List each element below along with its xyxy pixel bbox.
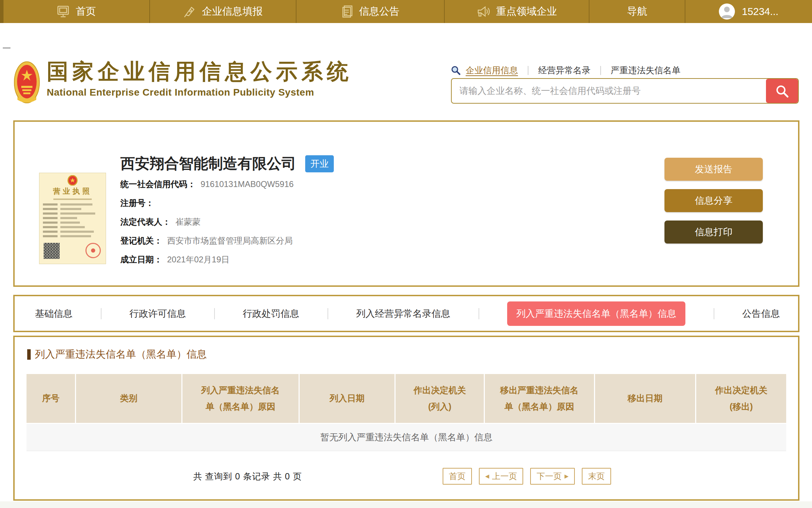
column-header-seq: 序号 <box>27 374 75 423</box>
left-arrow-icon: ◀ <box>485 473 489 479</box>
nav-item-announcements[interactable]: 信息公告 <box>296 0 445 23</box>
pager-buttons: 首页 ◀ 上一页 下一页 ▶ 末页 <box>443 468 611 485</box>
prev-page-button[interactable]: ◀ 上一页 <box>479 468 524 485</box>
field-value: 崔蒙蒙 <box>175 216 201 227</box>
document-icon <box>341 5 354 18</box>
field-label: 注册号： <box>120 197 162 209</box>
field-registration-number: 注册号： <box>120 197 294 209</box>
brand-text: 国家企业信用信息公示系统 National Enterprise Credit … <box>47 60 352 98</box>
license-subtitle-line <box>53 199 92 200</box>
prev-page-label: 上一页 <box>492 471 517 482</box>
search-tab-enterprise-credit[interactable]: 企业信用信息 <box>466 65 518 76</box>
nav-item-home[interactable]: 首页 <box>0 0 150 23</box>
column-header-removal-authority: 作出决定机关 (移出) <box>696 374 786 423</box>
field-label: 法定代表人： <box>120 216 171 227</box>
field-label: 统一社会信用代码： <box>120 179 196 190</box>
next-page-label: 下一页 <box>536 471 562 482</box>
license-title: 营业执照 <box>43 186 102 196</box>
search-category-icon <box>451 66 461 75</box>
tab-announcement-info[interactable]: 公告信息 <box>742 307 780 320</box>
field-label: 登记机关： <box>120 235 162 246</box>
search-input[interactable] <box>452 79 766 103</box>
license-text-line <box>43 212 102 215</box>
license-red-seal <box>85 243 101 258</box>
divider <box>714 308 714 319</box>
divider <box>328 308 328 319</box>
tab-administrative-license[interactable]: 行政许可信息 <box>129 307 186 320</box>
next-page-button[interactable]: 下一页 ▶ <box>530 468 575 485</box>
monitor-icon <box>57 5 70 18</box>
nav-item-enterprise-filing[interactable]: 企业信息填报 <box>150 0 296 23</box>
license-text-line <box>43 222 102 224</box>
column-header-listing-date: 列入日期 <box>300 374 395 423</box>
blacklist-table: 序号 类别 列入严重违法失信名 单（黑名单）原因 列入日期 作出决定机关 (列入… <box>27 374 786 451</box>
blacklist-content-card: 列入严重违法失信名单（黑名单）信息 序号 类别 列入严重违法失信名 单（黑名单）… <box>13 336 799 501</box>
tab-administrative-penalty[interactable]: 行政处罚信息 <box>243 307 299 320</box>
search-tab-serious-violations[interactable]: 严重违法失信名单 <box>611 65 681 76</box>
column-header-listing-reason: 列入严重违法失信名 单（黑名单）原因 <box>182 374 298 423</box>
divider <box>528 66 528 75</box>
search-box <box>451 78 799 104</box>
license-text-line <box>43 231 102 233</box>
site-brand: 国家企业信用信息公示系统 National Enterprise Credit … <box>13 60 352 105</box>
company-action-buttons: 发送报告 信息分享 信息打印 <box>664 158 763 244</box>
national-emblem-logo <box>13 60 40 105</box>
right-arrow-icon: ▶ <box>564 473 569 479</box>
tab-basic-info[interactable]: 基础信息 <box>35 307 73 320</box>
top-navigation: 首页 企业信息填报 信息公告 重点领域企业 导航 15234... <box>0 0 812 23</box>
search-button[interactable] <box>766 79 798 103</box>
column-header-removal-reason: 移出严重违法失信名 单（黑名单）原因 <box>485 374 594 423</box>
license-qr-code <box>44 243 60 259</box>
company-summary-card: 营业执照 西安翔合智能制造有限公司 开业 统一社会信用代码： 91610131M… <box>13 120 799 287</box>
search-icon <box>775 84 789 98</box>
divider <box>479 308 479 319</box>
business-license-image[interactable]: 营业执照 <box>39 173 106 264</box>
license-text-line <box>43 217 102 219</box>
last-page-button[interactable]: 末页 <box>582 468 611 485</box>
nav-item-label: 导航 <box>627 5 647 18</box>
user-avatar-icon <box>719 3 735 20</box>
search-tab-abnormal-operations[interactable]: 经营异常名录 <box>538 65 591 76</box>
company-name: 西安翔合智能制造有限公司 <box>120 154 296 173</box>
send-report-button[interactable]: 发送报告 <box>664 158 763 181</box>
last-page-label: 末页 <box>588 471 605 482</box>
license-text-line <box>43 203 102 206</box>
nav-item-key-field-enterprises[interactable]: 重点领域企业 <box>445 0 589 23</box>
column-header-listing-authority: 作出决定机关 (列入) <box>396 374 484 423</box>
nav-item-label: 重点领域企业 <box>496 5 557 18</box>
print-info-button[interactable]: 信息打印 <box>664 221 763 244</box>
field-label: 成立日期： <box>120 254 162 265</box>
megaphone-icon <box>477 5 491 18</box>
nav-user-account[interactable]: 15234... <box>685 0 812 23</box>
field-legal-representative: 法定代表人： 崔蒙蒙 <box>120 216 294 227</box>
field-value: 西安市市场监督管理局高新区分局 <box>167 235 293 246</box>
section-title-marker <box>27 349 31 360</box>
tab-serious-violations-blacklist[interactable]: 列入严重违法失信名单（黑名单）信息 <box>507 301 685 326</box>
page-bottom-strip <box>0 501 812 508</box>
section-title-row: 列入严重违法失信名单（黑名单）信息 <box>27 348 798 361</box>
nav-item-label: 首页 <box>76 5 96 18</box>
company-fields: 统一社会信用代码： 91610131MAB0QW5916 注册号： 法定代表人：… <box>120 179 294 273</box>
divider <box>600 66 601 75</box>
status-badge: 开业 <box>305 155 334 172</box>
table-empty-state: 暂无列入严重违法失信名单（黑名单）信息 <box>27 424 786 451</box>
nav-item-label: 信息公告 <box>359 5 400 18</box>
search-category-tabs: 企业信用信息 经营异常名录 严重违法失信名单 <box>451 65 681 76</box>
record-count-summary: 共 查询到 0 条记录 共 0 页 <box>193 471 302 482</box>
site-subtitle: National Enterprise Credit Information P… <box>47 87 352 98</box>
column-header-category: 类别 <box>76 374 181 423</box>
tab-abnormal-operations-list[interactable]: 列入经营异常名录信息 <box>356 307 450 320</box>
divider <box>101 308 102 319</box>
first-page-button[interactable]: 首页 <box>443 468 472 485</box>
nav-user-label: 15234... <box>742 6 779 17</box>
license-emblem-icon <box>66 175 80 186</box>
collapsed-element-dash <box>3 47 10 48</box>
site-title: 国家企业信用信息公示系统 <box>47 60 352 83</box>
share-info-button[interactable]: 信息分享 <box>664 189 763 212</box>
license-text-line <box>43 208 102 210</box>
table-header-row: 序号 类别 列入严重违法失信名 单（黑名单）原因 列入日期 作出决定机关 (列入… <box>27 374 786 423</box>
first-page-label: 首页 <box>449 471 466 482</box>
divider <box>214 308 215 319</box>
column-header-removal-date: 移出日期 <box>595 374 696 423</box>
nav-item-navigation[interactable]: 导航 <box>589 0 685 23</box>
